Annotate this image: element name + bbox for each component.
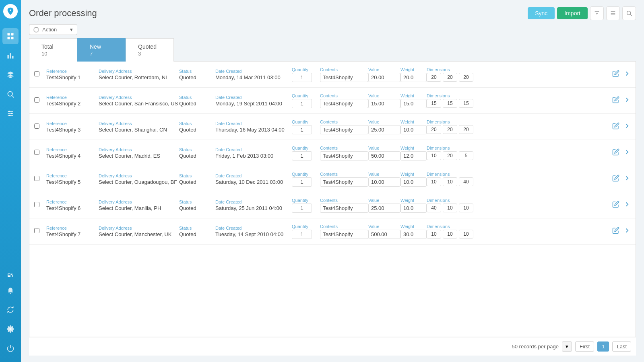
sidebar-item-home[interactable] (2, 28, 19, 44)
dim1-input-6[interactable] (427, 230, 441, 239)
contents-input-3[interactable] (320, 151, 368, 160)
columns-button[interactable] (606, 6, 620, 20)
col-delivery-4: Delivery Address Select Courier, Ouagado… (99, 173, 179, 185)
dim3-input-1[interactable] (459, 99, 473, 108)
quantity-input-2[interactable] (292, 125, 312, 134)
edit-icon-5[interactable] (612, 201, 619, 210)
value-input-0[interactable] (368, 73, 400, 82)
per-page-dropdown[interactable]: ▾ (562, 341, 572, 352)
sync-button[interactable]: Sync (528, 7, 555, 19)
date-label: Date Created (215, 95, 292, 100)
quantity-input-4[interactable] (292, 177, 312, 187)
dim3-input-6[interactable] (459, 230, 473, 239)
weight-input-1[interactable] (400, 99, 427, 108)
sidebar-item-power[interactable] (2, 340, 19, 356)
edit-icon-1[interactable] (612, 96, 619, 105)
quantity-input-1[interactable] (292, 99, 312, 108)
dim1-input-5[interactable] (427, 204, 441, 212)
edit-icon-4[interactable] (612, 175, 619, 184)
dim1-input-0[interactable] (427, 73, 441, 82)
sidebar-item-settings[interactable] (2, 321, 19, 337)
dim2-input-1[interactable] (443, 99, 457, 108)
edit-icon-0[interactable] (612, 70, 619, 79)
contents-input-6[interactable] (320, 230, 368, 239)
sidebar-item-layers[interactable] (2, 67, 19, 83)
app-logo[interactable] (3, 4, 18, 19)
chevron-icon-4[interactable] (623, 175, 631, 184)
chevron-icon-0[interactable] (623, 70, 631, 79)
contents-input-4[interactable] (320, 177, 368, 187)
filter-button[interactable] (590, 6, 604, 20)
contents-input-1[interactable] (320, 99, 368, 108)
value-input-4[interactable] (368, 177, 400, 187)
reference-value: Test4Shopify 3 (46, 127, 99, 133)
dim1-input-1[interactable] (427, 99, 441, 108)
dim2-input-3[interactable] (443, 151, 457, 160)
weight-input-2[interactable] (400, 125, 427, 134)
value-input-2[interactable] (368, 125, 400, 134)
dim3-input-2[interactable] (459, 125, 473, 134)
dim2-input-2[interactable] (443, 125, 457, 134)
status-value: Quoted (179, 153, 215, 159)
sidebar-item-bell[interactable] (2, 282, 19, 298)
chevron-icon-1[interactable] (623, 96, 631, 105)
first-page-button[interactable]: First (575, 341, 594, 352)
weight-input-3[interactable] (400, 151, 427, 160)
chevron-icon-3[interactable] (623, 148, 631, 158)
quantity-input-3[interactable] (292, 151, 312, 160)
import-button[interactable]: Import (557, 7, 588, 19)
row-checkbox-0[interactable] (34, 71, 42, 78)
tab-quoted[interactable]: Quoted 3 (126, 38, 174, 62)
dim1-input-2[interactable] (427, 125, 441, 134)
dim3-input-3[interactable] (459, 151, 473, 160)
quantity-input-0[interactable] (292, 73, 312, 82)
svg-point-13 (11, 113, 12, 114)
edit-icon-2[interactable] (612, 122, 619, 132)
row-checkbox-4[interactable] (34, 175, 42, 183)
row-checkbox-6[interactable] (34, 228, 42, 235)
dim1-input-3[interactable] (427, 151, 441, 160)
last-page-button[interactable]: Last (612, 341, 631, 352)
chevron-icon-5[interactable] (623, 201, 631, 210)
action-dropdown[interactable]: Action ▾ (29, 24, 77, 35)
sidebar-item-refresh[interactable] (2, 302, 19, 318)
quantity-input-5[interactable] (292, 204, 312, 213)
reference-value: Test4Shopify 1 (46, 74, 99, 80)
sidebar-item-charts[interactable] (2, 47, 19, 64)
contents-input-5[interactable] (320, 204, 368, 213)
dim2-input-4[interactable] (443, 177, 457, 186)
row-checkbox-2[interactable] (34, 123, 42, 130)
dim3-input-4[interactable] (459, 177, 473, 186)
dim2-input-6[interactable] (443, 230, 457, 239)
tab-new[interactable]: New 7 (77, 38, 126, 62)
search-button[interactable] (622, 6, 636, 20)
quantity-input-6[interactable] (292, 230, 312, 239)
dim1-input-4[interactable] (427, 177, 441, 186)
weight-input-0[interactable] (400, 73, 427, 82)
current-page-button[interactable]: 1 (597, 341, 609, 352)
chevron-icon-6[interactable] (623, 227, 631, 236)
edit-icon-3[interactable] (612, 148, 619, 158)
sidebar-item-filters[interactable] (2, 105, 19, 121)
dim3-input-0[interactable] (459, 73, 473, 82)
weight-input-5[interactable] (400, 204, 427, 213)
contents-input-2[interactable] (320, 125, 368, 134)
chevron-icon-2[interactable] (623, 122, 631, 132)
value-input-1[interactable] (368, 99, 400, 108)
weight-input-4[interactable] (400, 177, 427, 187)
dim2-input-0[interactable] (443, 73, 457, 82)
value-input-3[interactable] (368, 151, 400, 160)
weight-input-6[interactable] (400, 230, 427, 239)
sidebar-item-search[interactable] (2, 86, 19, 102)
edit-icon-6[interactable] (612, 227, 619, 236)
row-checkbox-1[interactable] (34, 97, 42, 104)
value-input-5[interactable] (368, 204, 400, 213)
row-checkbox-3[interactable] (34, 149, 42, 156)
value-input-6[interactable] (368, 230, 400, 239)
contents-label: Contents (320, 146, 368, 150)
dim2-input-5[interactable] (443, 204, 457, 212)
dim3-input-5[interactable] (459, 204, 473, 212)
row-checkbox-5[interactable] (34, 202, 42, 209)
tab-total[interactable]: Total 10 (29, 38, 77, 62)
contents-input-0[interactable] (320, 73, 368, 82)
